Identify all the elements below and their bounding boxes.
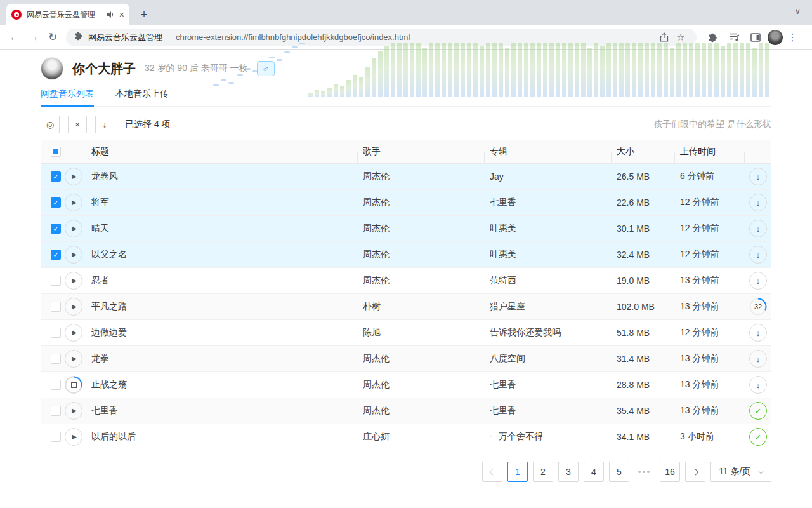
play-button[interactable]: ▶: [65, 272, 82, 290]
browser-profile-avatar[interactable]: [768, 30, 783, 45]
back-icon[interactable]: ←: [5, 28, 24, 47]
browser-tab-strip: 网易云音乐云盘管理 × + ∨: [0, 0, 812, 25]
col-time: 上传时间: [675, 146, 745, 157]
table-row[interactable]: ▶ 龙拳 周杰伦 八度空间 31.4 MB 13 分钟前 ↓: [41, 346, 771, 372]
playlist-extension-icon[interactable]: [724, 28, 743, 47]
row-checkbox[interactable]: ✓: [51, 171, 61, 182]
table-row[interactable]: ✓ ▶ 将军 周杰伦 七里香 22.6 MB 12 分钟前 ↓: [41, 190, 771, 216]
table-row[interactable]: ▶ 边做边爱 陈旭 告诉我你还爱我吗 51.8 MB 12 分钟前 ↓: [41, 320, 771, 346]
page-button-2[interactable]: 2: [533, 462, 553, 482]
page-button-1[interactable]: 1: [508, 462, 528, 482]
table-row[interactable]: ✓ ▶ 以父之名 周杰伦 叶惠美 32.4 MB 12 分钟前 ↓: [41, 242, 771, 268]
clear-selection-button[interactable]: ×: [68, 116, 87, 133]
col-size: 大小: [612, 146, 675, 157]
address-bar[interactable]: 网易云音乐云盘管理 chrome-extension://fimlbhnbfgh…: [66, 29, 697, 46]
table-row[interactable]: 止战之殇 周杰伦 七里香 28.8 MB 13 分钟前 ↓: [41, 372, 771, 398]
song-artist: 周杰伦: [358, 223, 485, 234]
row-checkbox[interactable]: ✓: [51, 197, 61, 208]
browser-menu-icon[interactable]: ⋮: [785, 31, 799, 43]
download-button[interactable]: ↓: [749, 220, 767, 237]
song-artist: 周杰伦: [358, 249, 485, 260]
new-tab-button[interactable]: +: [136, 6, 152, 23]
page-size-select[interactable]: 11 条/页: [710, 462, 771, 482]
tab-close-icon[interactable]: ×: [119, 10, 124, 20]
next-page-button[interactable]: [685, 462, 705, 482]
row-checkbox[interactable]: [51, 276, 61, 286]
play-button[interactable]: ▶: [65, 194, 82, 211]
download-icon: ↓: [756, 251, 761, 259]
table-row[interactable]: ✓ ▶ 晴天 周杰伦 叶惠美 30.1 MB 12 分钟前 ↓: [41, 216, 771, 242]
song-size: 35.4 MB: [612, 406, 675, 416]
prev-page-button[interactable]: [482, 462, 502, 482]
download-button[interactable]: ↓: [749, 324, 767, 342]
forward-icon[interactable]: →: [24, 28, 43, 47]
side-panel-icon[interactable]: [746, 28, 765, 47]
song-title: 龙拳: [86, 353, 358, 364]
play-button[interactable]: ▶: [65, 220, 82, 237]
page-button-3[interactable]: 3: [558, 462, 579, 482]
download-icon: ↓: [756, 277, 761, 285]
download-progress: 32: [749, 298, 767, 316]
tab-search-chevron-icon[interactable]: ∨: [794, 6, 801, 16]
reload-icon[interactable]: ↻: [43, 28, 62, 47]
page-button-16[interactable]: 16: [660, 462, 680, 482]
extensions-icon[interactable]: [703, 28, 722, 47]
download-button[interactable]: ↓: [749, 246, 767, 264]
page-ellipsis[interactable]: •••: [634, 462, 655, 482]
row-checkbox[interactable]: [51, 302, 61, 312]
row-checkbox[interactable]: ✓: [51, 250, 61, 260]
download-icon: ↓: [756, 329, 761, 337]
select-scope-button[interactable]: ◎: [41, 116, 60, 133]
download-selected-button[interactable]: ↓: [95, 116, 114, 133]
tab-audio-icon[interactable]: [107, 11, 114, 18]
browser-tab[interactable]: 网易云音乐云盘管理 ×: [6, 4, 129, 25]
select-all-checkbox[interactable]: [51, 147, 61, 157]
table-row[interactable]: ▶ 忍者 周杰伦 范特西 19.0 MB 13 分钟前 ↓: [41, 268, 771, 294]
col-artist: 歌手: [358, 146, 485, 157]
page-tabs: 网盘音乐列表 本地音乐上传: [41, 84, 771, 107]
downloaded-badge: ✓: [749, 428, 767, 446]
song-size: 34.1 MB: [612, 432, 675, 442]
extension-puzzle-icon: [74, 31, 83, 43]
song-size: 22.6 MB: [612, 197, 675, 208]
table-row[interactable]: ▶ 平凡之路 朴树 猎户星座 102.0 MB 13 分钟前 32: [41, 294, 771, 320]
selected-count-label: 已选择 4 项: [125, 119, 171, 130]
share-icon[interactable]: [656, 29, 672, 46]
download-button[interactable]: ↓: [749, 350, 767, 368]
row-checkbox[interactable]: ✓: [51, 224, 61, 234]
bookmark-star-icon[interactable]: ☆: [672, 29, 689, 46]
song-album: 范特西: [485, 275, 612, 286]
tab-cloud-music-list[interactable]: 网盘音乐列表: [41, 84, 94, 107]
download-button[interactable]: ↓: [749, 376, 767, 394]
row-checkbox[interactable]: [51, 380, 61, 390]
row-checkbox[interactable]: [51, 354, 61, 364]
play-button[interactable]: ▶: [65, 246, 82, 264]
song-size: 19.0 MB: [612, 276, 675, 286]
table-body: ✓ ▶ 龙卷风 周杰伦 Jay 26.5 MB 6 分钟前 ↓ ✓ ▶ 将军 周…: [41, 164, 771, 450]
table-row[interactable]: ✓ ▶ 龙卷风 周杰伦 Jay 26.5 MB 6 分钟前 ↓: [41, 164, 771, 190]
download-button[interactable]: ↓: [749, 194, 767, 211]
stop-button[interactable]: [65, 376, 82, 394]
play-button[interactable]: ▶: [65, 350, 82, 368]
play-button[interactable]: ▶: [65, 402, 82, 420]
song-size: 28.8 MB: [612, 380, 675, 390]
page-button-4[interactable]: 4: [584, 462, 604, 482]
table-row[interactable]: ▶ 以后的以后 庄心妍 一万个舍不得 34.1 MB 3 小时前 ✓: [41, 424, 771, 450]
play-button[interactable]: ▶: [65, 298, 82, 316]
table-row[interactable]: ▶ 七里香 周杰伦 七里香 35.4 MB 13 分钟前 ✓: [41, 398, 771, 424]
download-button[interactable]: ↓: [749, 272, 767, 290]
song-size: 102.0 MB: [612, 302, 675, 312]
play-button[interactable]: ▶: [65, 324, 82, 342]
row-checkbox[interactable]: [51, 328, 61, 338]
page-button-5[interactable]: 5: [609, 462, 629, 482]
play-button[interactable]: ▶: [65, 168, 82, 185]
play-icon: ▶: [72, 356, 77, 362]
netease-favicon-icon: [11, 10, 22, 20]
download-button[interactable]: ↓: [749, 168, 767, 185]
col-album: 专辑: [485, 146, 612, 157]
tab-local-music-upload[interactable]: 本地音乐上传: [115, 84, 169, 106]
play-button[interactable]: ▶: [65, 428, 82, 446]
user-bio: 32 岁的 90 后 老哥哥 一枚: [145, 63, 248, 74]
row-checkbox[interactable]: [51, 432, 61, 442]
row-checkbox[interactable]: [51, 406, 61, 416]
